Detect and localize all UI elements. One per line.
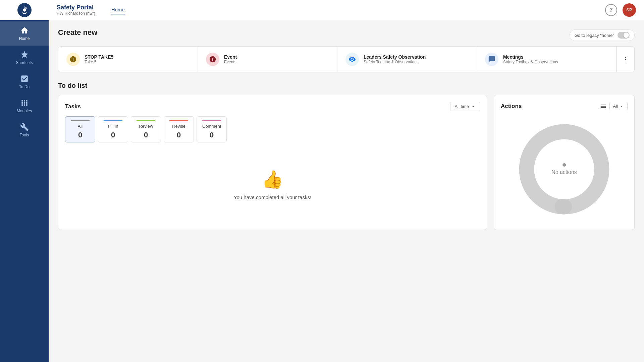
- app-title: Safety Portal: [57, 4, 95, 11]
- list-icon[interactable]: [599, 102, 607, 110]
- donut-container: No actions: [501, 116, 628, 223]
- check-icon: [20, 74, 29, 83]
- actions-filter: All: [599, 102, 628, 110]
- tab-review-count: 0: [144, 131, 148, 139]
- create-item-meetings-info: Meetings Safety Toolbox & Observations: [503, 54, 558, 64]
- create-item-leaders-safety[interactable]: Leaders Safety Observation Safety Toolbo…: [337, 47, 477, 72]
- create-new-title: Create new: [58, 28, 97, 37]
- sidebar-item-shortcuts[interactable]: Shortcuts: [0, 46, 49, 70]
- task-tab-all[interactable]: All 0: [65, 116, 95, 142]
- donut-center: No actions: [551, 163, 577, 175]
- tab-revise-label: Revise: [172, 124, 185, 129]
- tab-fill-in-label: Fill In: [108, 124, 118, 129]
- tasks-filter-button[interactable]: All time: [450, 102, 480, 111]
- chevron-down-icon: [471, 104, 476, 109]
- create-item-meetings[interactable]: Meetings Safety Toolbox & Observations: [477, 47, 616, 72]
- donut-chart: No actions: [517, 122, 611, 216]
- legacy-label: Go to legacy "home": [575, 33, 614, 38]
- svg-point-1: [23, 8, 26, 12]
- meetings-sub: Safety Toolbox & Observations: [503, 60, 558, 64]
- sidebar-item-modules-label: Modules: [17, 109, 32, 113]
- no-actions-label: No actions: [551, 169, 577, 175]
- topbar-right: ? SP: [605, 3, 636, 17]
- stop-take5-name: STOP TAKE5: [85, 54, 113, 60]
- task-tabs: All 0 Fill In 0 Review 0: [65, 116, 480, 142]
- actions-card-header: Actions All: [501, 102, 628, 110]
- sidebar-item-shortcuts-label: Shortcuts: [16, 60, 33, 65]
- tab-review-label: Review: [139, 124, 153, 129]
- sidebar-item-home[interactable]: Home: [0, 21, 49, 46]
- topbar-nav-home[interactable]: Home: [111, 5, 125, 14]
- sidebar-logo: [0, 0, 49, 20]
- tools-icon: [20, 123, 29, 131]
- toggle-knob: [624, 33, 629, 38]
- leaders-safety-icon: [345, 53, 359, 66]
- actions-filter-dropdown[interactable]: All: [609, 102, 628, 110]
- star-icon: [20, 50, 29, 59]
- task-tab-fill-in[interactable]: Fill In 0: [98, 116, 128, 142]
- stop-take5-sub: Take 5: [85, 60, 113, 64]
- tasks-card: Tasks All time All 0: [58, 95, 487, 230]
- event-name: Event: [224, 54, 237, 60]
- meetings-name: Meetings: [503, 54, 558, 60]
- sidebar-item-todo[interactable]: To Do: [0, 70, 49, 94]
- app-subtitle: HW Richardson (hwr): [57, 11, 95, 16]
- create-item-event[interactable]: Event Events: [198, 47, 337, 72]
- tasks-empty-state: 👍 You have completed all your tasks!: [65, 149, 480, 220]
- actions-chevron-icon: [619, 104, 624, 109]
- help-button[interactable]: ?: [605, 4, 617, 16]
- todo-title: To do list: [58, 82, 635, 89]
- tab-comment-line: [202, 120, 221, 121]
- toggle-switch[interactable]: [618, 32, 630, 39]
- user-avatar[interactable]: SP: [623, 3, 636, 17]
- tab-all-count: 0: [78, 131, 82, 139]
- sidebar-item-tools[interactable]: Tools: [0, 118, 49, 142]
- sidebar-item-tools-label: Tools: [19, 133, 29, 137]
- task-tab-revise[interactable]: Revise 0: [164, 116, 194, 142]
- leaders-safety-name: Leaders Safety Observation: [364, 54, 426, 60]
- tab-fill-in-count: 0: [111, 131, 115, 139]
- legacy-toggle[interactable]: Go to legacy "home": [570, 29, 635, 41]
- tab-revise-count: 0: [177, 131, 181, 139]
- home-icon: [20, 26, 29, 35]
- modules-icon: [20, 99, 29, 107]
- event-icon: [206, 53, 219, 66]
- topbar-brand: Safety Portal HW Richardson (hwr): [57, 4, 95, 16]
- tab-revise-line: [169, 120, 188, 121]
- task-tab-review[interactable]: Review 0: [131, 116, 161, 142]
- more-button[interactable]: ⋮: [616, 47, 634, 72]
- sidebar-nav: Home Shortcuts To Do Modules: [0, 20, 49, 142]
- tab-comment-label: Comment: [202, 124, 221, 129]
- topbar: Safety Portal HW Richardson (hwr) Home ?…: [49, 0, 644, 20]
- tab-review-line: [137, 120, 155, 121]
- create-item-stop-take5-info: STOP TAKE5 Take 5: [85, 54, 113, 64]
- tasks-empty-text: You have completed all your tasks!: [234, 194, 311, 200]
- main-content: Create new Go to legacy "home" STOP TAKE…: [49, 20, 644, 362]
- actions-card: Actions All: [494, 95, 635, 230]
- logo-icon: [17, 3, 32, 17]
- actions-filter-label: All: [613, 104, 618, 109]
- todo-grid: Tasks All time All 0: [58, 95, 635, 230]
- main-wrapper: Safety Portal HW Richardson (hwr) Home ?…: [49, 0, 644, 362]
- create-item-leaders-safety-info: Leaders Safety Observation Safety Toolbo…: [364, 54, 426, 64]
- tab-all-label: All: [78, 124, 83, 129]
- meetings-icon: [485, 53, 498, 66]
- tab-fill-in-line: [104, 120, 122, 121]
- event-sub: Events: [224, 60, 237, 64]
- create-new-header: Create new Go to legacy "home": [58, 28, 635, 42]
- task-tab-comment[interactable]: Comment 0: [197, 116, 227, 142]
- tasks-filter-label: All time: [454, 104, 469, 109]
- topbar-nav: Home: [111, 5, 605, 14]
- tasks-card-header: Tasks All time: [65, 102, 480, 111]
- tab-comment-count: 0: [210, 131, 214, 139]
- tasks-title: Tasks: [65, 103, 81, 110]
- sidebar: Home Shortcuts To Do Modules: [0, 0, 49, 362]
- leaders-safety-sub: Safety Toolbox & Observations: [364, 60, 426, 64]
- create-new-bar: STOP TAKE5 Take 5 Event Events: [58, 46, 635, 72]
- create-item-event-info: Event Events: [224, 54, 237, 64]
- sidebar-item-modules[interactable]: Modules: [0, 94, 49, 118]
- create-item-stop-take5[interactable]: STOP TAKE5 Take 5: [58, 47, 198, 72]
- actions-title: Actions: [501, 103, 522, 110]
- sidebar-item-todo-label: To Do: [19, 84, 30, 89]
- donut-dot: [562, 163, 566, 167]
